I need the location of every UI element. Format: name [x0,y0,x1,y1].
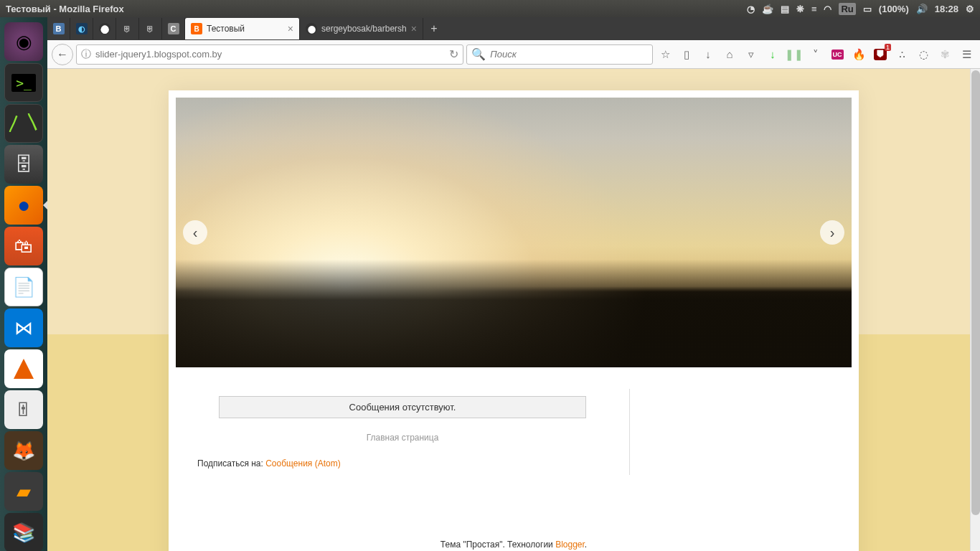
blogger-favicon: B [191,23,202,34]
content-area: Сообщения отсутствуют. Главная страница … [176,389,852,475]
pinned-tab-shield2[interactable]: ⛨ [139,18,162,39]
software-center-icon[interactable]: 🛍 [4,227,43,265]
file-manager-icon[interactable]: 🗄 [4,145,43,184]
extension-dots-icon[interactable]: ⛬ [892,45,911,64]
pinned-tab-github[interactable]: ⬤ [93,18,116,39]
footer-prefix: Тема "Простая". Технологии [440,540,555,550]
hamburger-menu-icon[interactable]: ☰ [957,45,976,64]
site-info-icon[interactable]: ⓘ [81,48,91,61]
indicator-icon[interactable]: ≡ [811,4,817,14]
url-text: slider-jquery1.blogspot.com.by [95,49,445,60]
pocket-save-icon[interactable]: ▿ [742,45,760,64]
url-bar[interactable]: ⓘ slider-jquery1.blogspot.com.by ↻ [76,44,463,65]
system-tray: ◔ ☕ ▤ ❋ ≡ ◠ Ru ▭ (100%) 🔊 18:28 ⚙ [747,3,974,15]
vscode-icon[interactable]: ⋈ [4,309,43,347]
home-link[interactable]: Главная страница [197,423,608,447]
vlc-icon[interactable] [4,349,43,388]
firefox-icon[interactable]: ● [4,186,43,225]
scrollbar-thumb[interactable] [971,70,980,515]
refresh-circle-icon[interactable]: ◌ [914,45,933,64]
sync-icon[interactable]: ❋ [796,4,804,14]
page-viewport: ‹ › Сообщения отсутствуют. Главная стран… [47,69,980,551]
no-posts-message: Сообщения отсутствуют. [219,396,586,418]
pocket-icon[interactable]: ▯ [677,45,696,64]
tab-close-icon[interactable]: × [288,23,293,34]
download-icon[interactable]: ↓ [699,45,717,64]
download-green-icon[interactable]: ↓ [763,45,782,64]
tab-active[interactable]: B Тестовый × [185,18,300,39]
window-title: Тестовый - Mozilla Firefox [6,4,747,14]
ublock-icon[interactable]: ⛊1 [871,45,890,64]
firefox-window: B ◐ ⬤ ⛨ ⛨ C B Тестовый × ⬤ sergeybosak/b… [47,17,980,551]
sidebar-column [629,389,852,475]
libreoffice-writer-icon[interactable]: 📄 [4,268,43,306]
system-top-bar: Тестовый - Mozilla Firefox ◔ ☕ ▤ ❋ ≡ ◠ R… [0,0,980,17]
pinned-tab-c[interactable]: C [162,18,185,39]
home-icon[interactable]: ⌂ [720,45,739,64]
toolbar-icons: ☆ ▯ ↓ ⌂ ▿ ↓ ❚❚ ˅ UC 🔥 ⛊1 ⛬ ◌ ✾ ☰ [656,45,976,64]
bookmark-star-icon[interactable]: ☆ [656,45,674,64]
subscribe-prefix: Подписаться на: [197,458,265,468]
cloud-icon[interactable]: ◔ [747,4,755,14]
battery-percent: (100%) [879,4,909,14]
gimp-icon[interactable]: 🦊 [4,431,43,470]
back-button[interactable]: ← [52,44,73,65]
terminal-icon[interactable]: >_ [4,63,43,102]
wifi-icon[interactable]: ◠ [824,4,831,14]
system-monitor-icon[interactable]: 〳〵 [4,104,43,143]
tab-close-icon[interactable]: × [411,23,417,34]
slider-image [176,98,852,367]
dropdown-icon[interactable]: ˅ [806,45,825,64]
battery-icon[interactable]: ▭ [863,4,872,14]
search-input[interactable] [490,49,648,60]
vertical-scrollbar[interactable] [970,69,980,551]
search-bar[interactable]: 🔍 [466,44,653,65]
image-slider: ‹ › [176,98,852,367]
footer-suffix: . [585,540,587,550]
search-icon: 🔍 [471,47,486,61]
tab-strip: B ◐ ⬤ ⛨ ⛨ C B Тестовый × ⬤ sergeybosak/b… [47,17,980,40]
blog-footer: Тема "Простая". Технологии Blogger. [176,475,852,550]
unity-launcher: ◉ >_ 〳〵 🗄 ● 🛍 📄 ⋈ 🎚 🦊 ▰ 📚 [0,17,47,551]
volume-icon[interactable]: 🔊 [916,4,928,14]
tab-github[interactable]: ⬤ sergeybosak/barbersh × [300,18,423,39]
slider-prev-button[interactable]: ‹ [183,220,207,245]
clipboard-icon[interactable]: ▤ [781,4,789,14]
subscribe-atom-link[interactable]: Сообщения (Atom) [265,458,340,468]
blogger-link[interactable]: Blogger [555,540,585,550]
subscribe-line: Подписаться на: Сообщения (Atom) [197,447,608,468]
sound-settings-icon[interactable]: 🎚 [4,390,43,429]
pinned-tab-2[interactable]: ◐ [70,18,93,39]
extension-icon[interactable]: ❚❚ [785,45,804,64]
pinned-tab-shield1[interactable]: ⛨ [116,18,139,39]
slider-next-button[interactable]: › [820,220,844,245]
keyboard-layout-indicator[interactable]: Ru [839,3,855,15]
tab-title: Тестовый [207,24,283,34]
nav-bar: ← ⓘ slider-jquery1.blogspot.com.by ↻ 🔍 ☆… [47,40,980,69]
books-icon[interactable]: 📚 [4,513,43,551]
sublime-text-icon[interactable]: ▰ [4,472,43,511]
uc-extension-icon[interactable]: UC [828,45,847,64]
tab-title: sergeybosak/barbersh [321,24,407,34]
blog-container: ‹ › Сообщения отсутствуют. Главная стран… [169,90,859,551]
clock[interactable]: 18:28 [935,4,958,14]
pinned-tab-vk[interactable]: B [47,18,70,39]
flame-icon[interactable]: 🔥 [849,45,868,64]
settings-gear-icon[interactable]: ⚙ [966,4,974,14]
pinned-tabs: B ◐ ⬤ ⛨ ⛨ C [47,18,185,39]
reload-icon[interactable]: ↻ [449,47,458,61]
github-favicon: ⬤ [306,23,317,34]
new-tab-button[interactable]: + [423,22,445,35]
coffee-icon[interactable]: ☕ [762,4,773,14]
dash-home-icon[interactable]: ◉ [4,22,43,61]
paw-icon[interactable]: ✾ [936,45,954,64]
main-column: Сообщения отсутствуют. Главная страница … [176,389,629,475]
